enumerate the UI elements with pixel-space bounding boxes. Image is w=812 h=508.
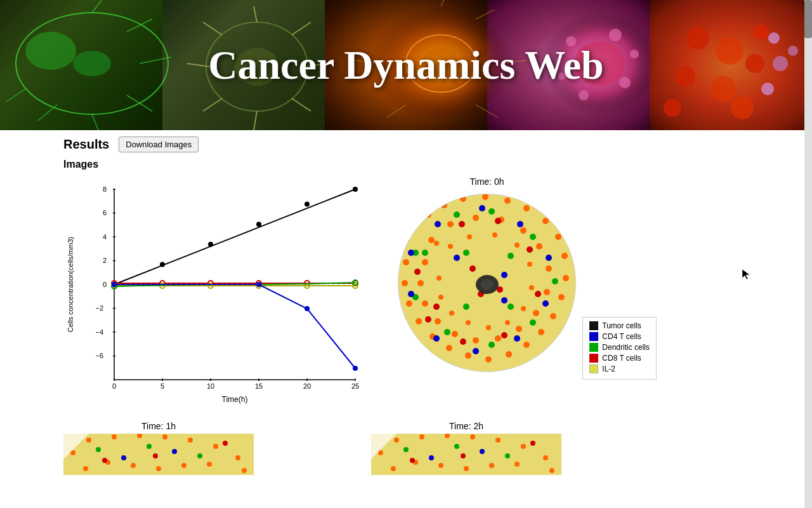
svg-point-198 bbox=[460, 338, 466, 345]
time-label-0h: Time: 0h bbox=[470, 177, 504, 187]
time-label-2h: Time: 2h bbox=[449, 421, 483, 431]
svg-point-243 bbox=[464, 466, 469, 471]
line-chart: 0 −2 −4 −6 2 4 6 8 0 5 bbox=[63, 177, 381, 411]
content-area: Results Download Images Images 0 −2 bbox=[0, 130, 812, 508]
svg-point-246 bbox=[403, 447, 409, 452]
svg-point-161 bbox=[438, 295, 443, 300]
svg-point-169 bbox=[488, 342, 495, 348]
svg-point-191 bbox=[414, 269, 421, 275]
svg-point-125 bbox=[465, 352, 471, 359]
results-row: Results Download Images bbox=[63, 137, 799, 152]
svg-text:15: 15 bbox=[255, 382, 263, 390]
legend-item-cd8: CD8 T cells bbox=[589, 354, 650, 363]
svg-point-129 bbox=[406, 300, 412, 307]
scatter-section-1h: Time: 1h bbox=[63, 421, 254, 475]
svg-point-222 bbox=[96, 447, 101, 452]
svg-point-145 bbox=[435, 318, 441, 324]
svg-point-108 bbox=[409, 224, 416, 231]
svg-point-189 bbox=[501, 272, 508, 278]
header-title: Cancer Dynamics Web bbox=[208, 42, 603, 89]
svg-point-104 bbox=[353, 366, 358, 371]
svg-point-193 bbox=[459, 221, 465, 227]
svg-point-82 bbox=[160, 262, 165, 267]
svg-point-138 bbox=[546, 265, 552, 272]
svg-point-199 bbox=[425, 316, 431, 323]
svg-point-183 bbox=[514, 335, 520, 342]
svg-point-252 bbox=[461, 453, 466, 458]
svg-point-219 bbox=[156, 466, 161, 471]
svg-point-136 bbox=[520, 227, 527, 234]
svg-text:8: 8 bbox=[103, 185, 107, 193]
svg-text:5: 5 bbox=[160, 382, 164, 390]
svg-text:Cells concentration(cells/mm3): Cells concentration(cells/mm3) bbox=[67, 237, 74, 332]
svg-text:25: 25 bbox=[351, 382, 359, 390]
svg-point-158 bbox=[486, 325, 491, 330]
svg-point-236 bbox=[495, 438, 501, 443]
svg-point-194 bbox=[495, 218, 501, 224]
svg-point-167 bbox=[552, 278, 558, 284]
svg-point-186 bbox=[408, 291, 414, 297]
download-images-button[interactable]: Download Images bbox=[119, 137, 199, 152]
svg-point-156 bbox=[521, 306, 526, 311]
svg-point-211 bbox=[162, 434, 167, 439]
svg-point-235 bbox=[470, 434, 475, 439]
svg-point-154 bbox=[527, 262, 532, 267]
svg-point-229 bbox=[102, 458, 107, 463]
svg-point-197 bbox=[501, 332, 508, 338]
svg-point-248 bbox=[505, 453, 510, 458]
svg-point-195 bbox=[527, 246, 533, 253]
svg-text:−6: −6 bbox=[95, 352, 103, 359]
scrollbar[interactable] bbox=[804, 0, 812, 508]
svg-point-140 bbox=[533, 310, 539, 316]
svg-point-148 bbox=[422, 259, 428, 265]
legend-item-cd4: CD4 T cells bbox=[589, 332, 650, 341]
svg-point-144 bbox=[452, 331, 458, 337]
scrollbar-thumb[interactable] bbox=[804, 0, 812, 38]
svg-point-147 bbox=[417, 280, 424, 286]
svg-point-162 bbox=[436, 276, 442, 281]
svg-point-119 bbox=[558, 294, 565, 300]
legend-label-il2: IL-2 bbox=[602, 364, 615, 373]
svg-text:Time(h): Time(h) bbox=[222, 395, 248, 404]
svg-point-124 bbox=[485, 356, 492, 363]
svg-point-118 bbox=[563, 275, 569, 281]
svg-point-132 bbox=[428, 237, 435, 243]
svg-point-163 bbox=[422, 250, 428, 256]
svg-point-146 bbox=[422, 300, 428, 307]
svg-point-139 bbox=[544, 289, 550, 295]
legend-box: Tumor cells CD4 T cells Dendritic cells … bbox=[582, 317, 657, 380]
scatter-section-0h: Time: 0h bbox=[393, 177, 580, 377]
svg-point-221 bbox=[207, 462, 212, 467]
legend-label-cd8: CD8 T cells bbox=[602, 354, 641, 363]
svg-point-238 bbox=[543, 455, 548, 460]
svg-point-133 bbox=[447, 221, 454, 227]
svg-point-143 bbox=[473, 337, 479, 344]
svg-point-160 bbox=[449, 311, 454, 316]
svg-point-114 bbox=[523, 205, 530, 211]
svg-point-155 bbox=[529, 285, 534, 290]
svg-point-116 bbox=[555, 234, 561, 240]
svg-point-112 bbox=[482, 194, 488, 200]
svg-point-250 bbox=[480, 449, 485, 454]
svg-text:0: 0 bbox=[112, 382, 116, 390]
svg-point-137 bbox=[536, 243, 542, 250]
svg-point-185 bbox=[433, 335, 440, 342]
svg-point-128 bbox=[416, 318, 422, 324]
legend-item-tumor: Tumor cells bbox=[589, 321, 650, 330]
svg-point-242 bbox=[438, 463, 443, 468]
svg-point-84 bbox=[256, 222, 261, 227]
svg-point-121 bbox=[538, 329, 544, 335]
svg-point-117 bbox=[561, 253, 568, 259]
bottom-charts-row: Time: 1h bbox=[63, 421, 799, 475]
svg-point-180 bbox=[517, 221, 523, 227]
svg-point-166 bbox=[530, 234, 536, 240]
svg-point-240 bbox=[391, 466, 396, 471]
svg-point-150 bbox=[448, 244, 453, 249]
svg-point-184 bbox=[473, 348, 479, 354]
svg-point-113 bbox=[504, 197, 511, 204]
legend-label-cd4: CD4 T cells bbox=[602, 332, 641, 341]
svg-point-141 bbox=[516, 326, 522, 332]
legend-item-il2: IL-2 bbox=[589, 364, 650, 373]
svg-point-164 bbox=[454, 211, 460, 218]
svg-point-228 bbox=[153, 453, 158, 458]
